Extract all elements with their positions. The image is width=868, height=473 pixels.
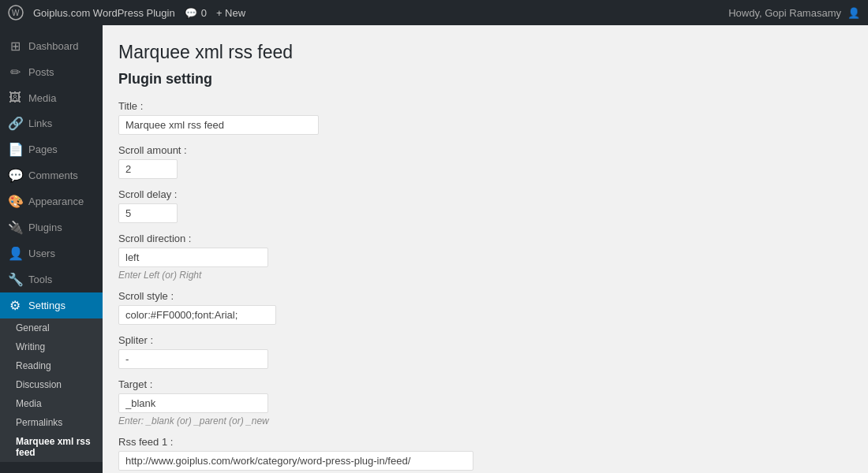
comments-count: 0 xyxy=(201,7,207,19)
scroll-amount-label: Scroll amount : xyxy=(118,144,671,156)
sidebar-label-media: Media xyxy=(28,92,56,104)
wp-logo-link[interactable]: W xyxy=(8,5,24,20)
sidebar-label-tools: Tools xyxy=(28,274,52,285)
submenu-item-reading[interactable]: Reading xyxy=(0,356,103,375)
sidebar-label-settings: Settings xyxy=(28,300,65,311)
sidebar-item-appearance[interactable]: 🎨 Appearance xyxy=(0,188,103,214)
pages-icon: 📄 xyxy=(8,142,22,157)
submenu-label-general: General xyxy=(16,322,50,333)
page-title: Marquee xml rss feed xyxy=(118,41,852,65)
plugin-setting-title: Plugin setting xyxy=(118,71,852,88)
field-scroll-style: Scroll style : xyxy=(118,290,671,325)
sidebar-item-posts[interactable]: ✏ Posts xyxy=(0,59,103,85)
users-icon: 👤 xyxy=(8,246,22,261)
scroll-delay-label: Scroll delay : xyxy=(118,188,671,200)
target-hint: Enter: _blank (or) _parent (or) _new xyxy=(118,415,671,426)
howdy-text: Howdy, Gopi Ramasamy xyxy=(728,7,841,19)
dashboard-icon: ⊞ xyxy=(8,39,22,54)
new-content-link[interactable]: + New xyxy=(216,7,245,19)
appearance-icon: 🎨 xyxy=(8,194,22,209)
tools-icon: 🔧 xyxy=(8,272,22,287)
sidebar-item-settings[interactable]: ⚙ Settings xyxy=(0,292,103,318)
sidebar-item-pages[interactable]: 📄 Pages xyxy=(0,136,103,162)
admin-sidebar: ⊞ Dashboard ✏ Posts 🖼 Media 🔗 Links 📄 Pa… xyxy=(0,25,103,473)
field-rss-feed: Rss feed 1 : This is default for widget,… xyxy=(118,436,671,473)
plugin-form: Title : Scroll amount : Scroll delay : S… xyxy=(118,100,671,473)
sidebar-item-users[interactable]: 👤 Users xyxy=(0,240,103,266)
scroll-style-input[interactable] xyxy=(118,305,276,325)
submenu-label-reading: Reading xyxy=(16,360,51,371)
sidebar-label-plugins: Plugins xyxy=(28,222,62,233)
sidebar-label-users: Users xyxy=(28,248,55,259)
submenu-label-marquee: Marquee xml rss feed xyxy=(16,436,95,458)
sidebar-item-comments[interactable]: 💬 Comments xyxy=(0,162,103,188)
field-scroll-amount: Scroll amount : xyxy=(118,144,671,179)
main-content: Marquee xml rss feed Plugin setting Titl… xyxy=(103,25,868,473)
submenu-item-permalinks[interactable]: Permalinks xyxy=(0,413,103,432)
rss-feed-label: Rss feed 1 : xyxy=(118,436,671,448)
svg-text:W: W xyxy=(12,9,20,17)
submenu-item-discussion[interactable]: Discussion xyxy=(0,375,103,394)
sidebar-item-plugins[interactable]: 🔌 Plugins xyxy=(0,214,103,240)
plugins-icon: 🔌 xyxy=(8,220,22,235)
sidebar-item-dashboard[interactable]: ⊞ Dashboard xyxy=(0,33,103,59)
sidebar-label-appearance: Appearance xyxy=(28,196,84,207)
spliter-label: Spliter : xyxy=(118,334,671,346)
comment-icon: 💬 xyxy=(185,7,197,19)
links-icon: 🔗 xyxy=(8,116,22,131)
field-target: Target : Enter: _blank (or) _parent (or)… xyxy=(118,378,671,426)
scroll-style-label: Scroll style : xyxy=(118,290,671,302)
submenu-label-discussion: Discussion xyxy=(16,379,62,390)
submenu-item-general[interactable]: General xyxy=(0,318,103,337)
title-input[interactable] xyxy=(118,115,319,135)
site-name: Goiplus.com WordPress Plugin xyxy=(33,7,175,19)
sidebar-label-dashboard: Dashboard xyxy=(28,40,79,52)
rss-feed-input[interactable] xyxy=(118,451,473,471)
media-icon: 🖼 xyxy=(8,91,22,105)
sidebar-label-comments: Comments xyxy=(28,169,78,181)
settings-submenu: General Writing Reading Discussion Media… xyxy=(0,318,103,462)
wp-logo-icon: W xyxy=(8,5,24,20)
submenu-item-media[interactable]: Media xyxy=(0,394,103,413)
target-input[interactable] xyxy=(118,393,268,413)
settings-icon: ⚙ xyxy=(8,298,22,313)
scroll-direction-hint: Enter Left (or) Right xyxy=(118,270,671,281)
sidebar-label-pages: Pages xyxy=(28,143,58,155)
field-scroll-direction: Scroll direction : Enter Left (or) Right xyxy=(118,233,671,281)
comments-link[interactable]: 💬 0 xyxy=(185,7,207,19)
comments-icon: 💬 xyxy=(8,168,22,183)
sidebar-label-links: Links xyxy=(28,117,52,129)
content-wrap: Marquee xml rss feed Plugin setting Titl… xyxy=(118,41,852,473)
site-name-link[interactable]: Goiplus.com WordPress Plugin xyxy=(33,7,175,19)
submenu-label-media: Media xyxy=(16,398,42,409)
sidebar-item-media[interactable]: 🖼 Media xyxy=(0,85,103,110)
field-scroll-delay: Scroll delay : xyxy=(118,188,671,223)
scroll-amount-input[interactable] xyxy=(118,159,178,179)
scroll-direction-label: Scroll direction : xyxy=(118,233,671,244)
field-title: Title : xyxy=(118,100,671,135)
collapse-menu-button[interactable]: ◀ Collapse menu xyxy=(0,465,103,473)
title-label: Title : xyxy=(118,100,671,112)
scroll-delay-input[interactable] xyxy=(118,203,178,223)
submenu-item-writing[interactable]: Writing xyxy=(0,337,103,356)
sidebar-item-tools[interactable]: 🔧 Tools xyxy=(0,266,103,292)
scroll-direction-input[interactable] xyxy=(118,248,268,267)
spliter-input[interactable] xyxy=(118,349,268,369)
submenu-label-permalinks: Permalinks xyxy=(16,417,62,428)
posts-icon: ✏ xyxy=(8,65,22,80)
target-label: Target : xyxy=(118,378,671,390)
user-avatar-icon: 👤 xyxy=(847,7,860,19)
submenu-item-marquee[interactable]: Marquee xml rss feed xyxy=(0,432,103,462)
submenu-label-writing: Writing xyxy=(16,341,45,352)
field-spliter: Spliter : xyxy=(118,334,671,369)
sidebar-label-posts: Posts xyxy=(28,66,54,78)
sidebar-item-links[interactable]: 🔗 Links xyxy=(0,110,103,136)
admin-bar: W Goiplus.com WordPress Plugin 💬 0 + New… xyxy=(0,0,868,25)
new-content-label: + New xyxy=(216,7,245,19)
